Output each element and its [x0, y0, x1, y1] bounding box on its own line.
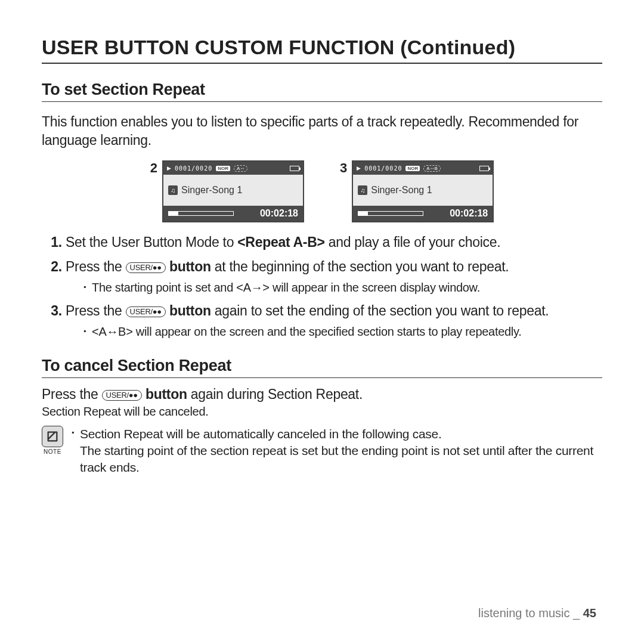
step-1: Set the User Button Mode to <Repeat A-B>…	[66, 233, 602, 252]
music-note-icon: ♫	[168, 185, 178, 195]
page-footer: listening to music _ 45	[478, 606, 596, 620]
note-label: NOTE	[42, 448, 63, 455]
page-title: USER BUTTON CUSTOM FUNCTION (Continued)	[42, 36, 602, 64]
track-counter: 0001/0020	[175, 165, 212, 172]
progress-bar	[168, 211, 234, 216]
song-title: Singer-Song 1	[181, 185, 242, 196]
progress-bar	[358, 211, 423, 216]
elapsed-time: 00:02:18	[450, 208, 488, 219]
user-button-icon: USER/●●	[126, 262, 166, 273]
mp3-screen-2: ▶ 0001/0020 NOR A↔ ♫ Singer-Song 1 00:02…	[162, 160, 304, 222]
repeat-indicator: A↔	[234, 165, 247, 172]
step-2: Press the USER/●● button at the beginnin…	[66, 258, 602, 296]
step-2-note: The starting point is set and <A→> will …	[83, 280, 602, 296]
cancel-instruction: Press the USER/●● button again during Se…	[42, 385, 602, 404]
eq-mode: NOR	[216, 166, 230, 171]
instruction-list: Set the User Button Mode to <Repeat A-B>…	[42, 233, 602, 340]
repeat-indicator: A↔B	[423, 165, 441, 172]
battery-icon	[290, 166, 299, 171]
music-note-icon: ♫	[358, 185, 367, 195]
screen-number: 2	[150, 160, 157, 176]
note-bullet: Section Repeat will be automatically can…	[72, 426, 602, 442]
cancel-result: Section Repeat will be canceled.	[42, 405, 602, 419]
note-icon	[42, 426, 63, 447]
step-3: Press the USER/●● button again to set th…	[66, 302, 602, 340]
screen-illustrations: 2 ▶ 0001/0020 NOR A↔ ♫ Singer-Song 1 00:…	[42, 160, 602, 222]
user-button-icon: USER/●●	[126, 306, 166, 317]
note-continuation: The starting point of the section repeat…	[72, 442, 602, 475]
footer-section: listening to music _	[478, 606, 583, 620]
user-button-icon: USER/●●	[102, 390, 142, 401]
note-block: NOTE Section Repeat will be automaticall…	[42, 426, 602, 475]
screen-number: 3	[340, 160, 347, 176]
section-heading-cancel: To cancel Section Repeat	[42, 357, 602, 378]
mp3-screen-3: ▶ 0001/0020 NOR A↔B ♫ Singer-Song 1 00:0…	[352, 160, 494, 222]
elapsed-time: 00:02:18	[260, 208, 298, 219]
play-icon: ▶	[357, 165, 361, 171]
song-title: Singer-Song 1	[371, 185, 432, 196]
section-intro: This function enables you to listen to s…	[42, 113, 602, 150]
section-heading-set: To set Section Repeat	[42, 80, 602, 102]
eq-mode: NOR	[405, 166, 420, 171]
play-icon: ▶	[167, 165, 171, 171]
step-3-note: <A↔B> will appear on the screen and the …	[83, 324, 602, 340]
track-counter: 0001/0020	[364, 165, 402, 172]
battery-icon	[479, 166, 489, 171]
page-number: 45	[583, 606, 596, 620]
